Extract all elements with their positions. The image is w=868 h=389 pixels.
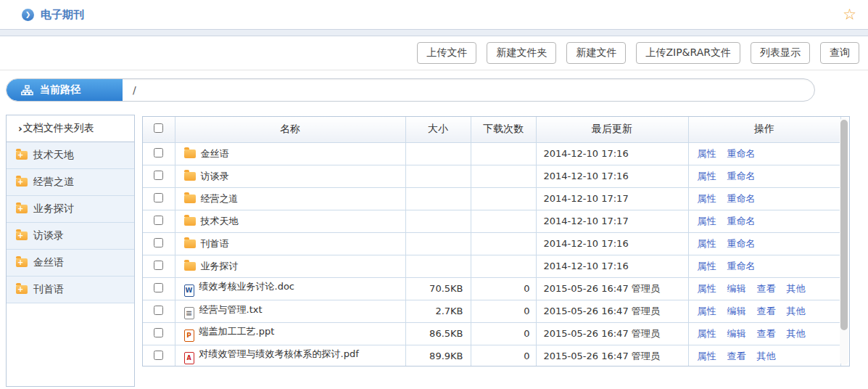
sidebar-folder-item[interactable]: 经营之道 [7,169,134,196]
last-updated: 2015-05-26 16:47 管理员 [536,300,688,322]
column-header[interactable]: 名称 [175,117,405,142]
download-count [471,210,536,232]
row-checkbox[interactable] [154,148,163,157]
action-link[interactable]: 重命名 [727,261,756,271]
row-checkbox[interactable] [154,283,163,292]
file-name[interactable]: 绩效考核业务讨论.doc [199,281,295,292]
table-row: P端盖加工工艺.ppt86.5KB02015-05-26 16:47 管理员属性… [143,322,840,345]
column-header[interactable]: 下载次数 [471,117,536,142]
file-name[interactable]: 刊首语 [201,238,229,249]
select-all-checkbox[interactable] [154,123,163,133]
toolbar-button[interactable]: 查询 [820,42,859,64]
toolbar-button[interactable]: 上传文件 [417,42,476,64]
toolbar-button[interactable]: 列表显示 [751,42,810,64]
scrollbar[interactable] [840,118,848,365]
file-name[interactable]: 技术天地 [201,216,239,226]
row-checkbox[interactable] [154,306,163,315]
file-name[interactable]: 对绩效管理与绩效考核体系的探讨.pdf [199,348,359,359]
row-checkbox[interactable] [154,328,163,337]
path-input[interactable]: / [123,79,814,101]
table-row: W绩效考核业务讨论.doc70.5KB02015-05-26 16:47 管理员… [143,277,840,300]
sidebar-folder-item[interactable]: 技术天地 [7,142,134,169]
sidebar-item-label: 金丝语 [33,256,64,269]
action-link[interactable]: 属性 [698,351,716,361]
doc-file-icon: W [184,284,194,297]
actions-cell: 属性编辑查看其他 [688,277,840,300]
column-header[interactable]: 大小 [405,117,471,142]
action-link[interactable]: 查看 [727,351,746,361]
folder-plus-icon [16,258,28,267]
toolbar-button[interactable]: 新建文件夹 [487,42,556,64]
file-size [405,210,471,232]
toolbar-button[interactable]: 新建文件 [566,42,626,64]
sidebar-folder-item[interactable]: 业务探讨 [7,196,134,223]
file-name[interactable]: 端盖加工工艺.ppt [199,326,275,337]
sidebar-folder-item[interactable]: 刊首语 [7,277,134,303]
row-checkbox[interactable] [154,171,163,180]
action-link[interactable]: 属性 [698,238,716,249]
action-link[interactable]: 其他 [787,306,806,316]
action-link[interactable]: 其他 [757,351,776,361]
last-updated: 2015-05-26 16:47 管理员 [536,345,688,367]
action-link[interactable]: 属性 [698,148,716,159]
file-name[interactable]: 经营之道 [201,193,239,204]
action-link[interactable]: 编辑 [727,306,746,316]
row-checkbox[interactable] [154,351,163,360]
action-link[interactable]: 重命名 [727,238,756,249]
table-row: 金丝语2014-12-10 17:16属性重命名 [143,142,840,165]
file-size [405,187,471,210]
current-path-badge: 当前路径 [7,79,123,101]
column-header[interactable]: 操作 [688,117,840,142]
action-link[interactable]: 编辑 [727,328,746,339]
current-path-label: 当前路径 [40,83,80,97]
column-header[interactable]: 最后更新 [536,117,688,142]
txt-file-icon: ≡ [184,307,194,319]
action-link[interactable]: 属性 [698,261,716,271]
scrollbar-thumb[interactable] [840,120,848,330]
action-link[interactable]: 属性 [698,283,716,294]
action-link[interactable]: 属性 [698,328,716,339]
row-checkbox[interactable] [154,261,163,270]
sidebar-folder-item[interactable]: 访谈录 [7,223,134,250]
sidebar-item-label: 业务探讨 [33,202,74,216]
table-row: ≡经营与管理.txt2.7KB02015-05-26 16:47 管理员属性编辑… [143,300,840,322]
row-checkbox[interactable] [154,216,163,225]
action-link[interactable]: 查看 [757,328,776,339]
action-link[interactable]: 属性 [698,216,716,226]
action-link[interactable]: 查看 [757,283,776,294]
action-link[interactable]: 编辑 [727,283,746,294]
file-size: 86.5KB [405,322,471,345]
titlebar: ❯ 电子期刊 ☆ [0,0,868,29]
action-link[interactable]: 重命名 [727,171,756,181]
sidebar-folder-item[interactable]: 金丝语 [7,250,134,277]
folder-icon [184,150,196,158]
toolbar: 上传文件新建文件夹新建文件上传ZIP&RAR文件列表显示查询 [0,36,868,70]
last-updated: 2014-12-10 17:16 [536,165,688,187]
action-link[interactable]: 属性 [698,171,716,181]
actions-cell: 属性查看其他 [688,345,840,367]
action-link[interactable]: 重命名 [727,193,756,204]
file-name[interactable]: 业务探讨 [201,261,239,271]
last-updated: 2014-12-10 17:16 [536,142,688,165]
action-link[interactable]: 其他 [787,328,806,339]
table-row: 经营之道2014-12-10 17:17属性重命名 [143,187,840,210]
table-row: A对绩效管理与绩效考核体系的探讨.pdf89.9KB02015-05-26 16… [143,345,840,367]
action-link[interactable]: 重命名 [727,216,756,226]
action-link[interactable]: 其他 [787,283,806,294]
row-checkbox[interactable] [154,238,163,247]
file-size [405,232,471,255]
action-link[interactable]: 属性 [698,306,716,316]
file-size: 2.7KB [405,300,471,322]
action-link[interactable]: 重命名 [727,148,756,159]
action-link[interactable]: 属性 [698,193,716,204]
sidebar-item-label: 经营之道 [33,176,74,189]
action-link[interactable]: 查看 [757,306,776,316]
row-checkbox[interactable] [154,193,163,202]
sidebar: › 文档文件夹列表 技术天地经营之道业务探讨访谈录金丝语刊首语 [6,115,135,387]
favorite-star-icon[interactable]: ☆ [843,7,856,22]
toolbar-button[interactable]: 上传ZIP&RAR文件 [636,42,740,64]
file-name[interactable]: 访谈录 [201,171,229,181]
download-count [471,165,536,187]
file-name[interactable]: 经营与管理.txt [199,304,263,315]
file-name[interactable]: 金丝语 [201,148,229,159]
